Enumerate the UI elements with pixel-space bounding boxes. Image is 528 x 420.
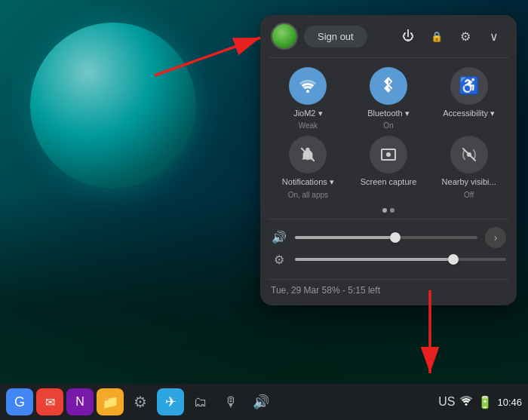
wifi-tile-icon: [289, 67, 327, 105]
brightness-slider-thumb[interactable]: [448, 254, 459, 265]
taskbar-apps: G ✉ N 📁 ⚙ ✈ 🗂 🎙 🔊: [6, 388, 438, 415]
nearby-tile[interactable]: Nearby visibi... Off: [431, 136, 506, 198]
bluetooth-tile-label: Bluetooth ▾: [367, 108, 410, 118]
header-icons: ⏻ 🔒 ⚙ ∨: [396, 24, 506, 48]
quick-settings-panel: Sign out ⏻ 🔒 ⚙ ∨ JioM2 ▾ Weak: [260, 15, 517, 305]
language-indicator[interactable]: US: [438, 395, 455, 409]
dot-2: [390, 208, 394, 213]
taskbar-app-google[interactable]: G: [6, 388, 33, 415]
notifications-tile-label: Notifications ▾: [282, 176, 334, 187]
wifi-taskbar-icon: [459, 395, 473, 406]
taskbar: G ✉ N 📁 ⚙ ✈ 🗂 🎙 🔊 US 🔋 10:46: [0, 384, 528, 420]
brightness-slider-track[interactable]: [295, 258, 506, 261]
taskbar-app-gmail[interactable]: ✉: [36, 388, 63, 415]
quick-tiles-grid: JioM2 ▾ Weak Bluetooth ▾ On ♿ Accessibil…: [260, 58, 517, 205]
bluetooth-tile[interactable]: Bluetooth ▾ On: [351, 67, 426, 130]
wifi-tile-sublabel: Weak: [299, 121, 318, 130]
notifications-tile-icon: [289, 136, 327, 173]
svg-point-2: [306, 90, 309, 93]
volume-slider-thumb[interactable]: [390, 232, 401, 243]
sign-out-button[interactable]: Sign out: [304, 26, 367, 48]
wifi-status-icon[interactable]: [459, 395, 473, 409]
screencapture-tile[interactable]: Screen capture: [351, 136, 426, 198]
settings-button[interactable]: ⚙: [453, 24, 477, 48]
svg-point-5: [386, 152, 391, 157]
page-dots: [260, 205, 517, 219]
taskbar-app-mic[interactable]: 🎙: [217, 388, 244, 415]
accessibility-tile-icon: ♿: [450, 67, 488, 105]
glass-ball-decoration: [30, 23, 196, 189]
accessibility-tile[interactable]: ♿ Accessibility ▾: [431, 67, 506, 130]
battery-info-bar: Tue, 29 Mar 58% - 5:15 left: [260, 280, 517, 305]
wifi-tile[interactable]: JioM2 ▾ Weak: [271, 67, 345, 130]
taskbar-app-onenote[interactable]: N: [66, 388, 94, 415]
quick-settings-header: Sign out ⏻ 🔒 ⚙ ∨: [260, 15, 517, 57]
chevron-down-button[interactable]: ∨: [482, 24, 506, 48]
power-button[interactable]: ⏻: [396, 24, 420, 48]
nearby-tile-label: Nearby visibi...: [442, 176, 496, 187]
volume-slider-row: 🔊 ›: [271, 227, 506, 248]
notifications-tile[interactable]: Notifications ▾ On, all apps: [271, 136, 345, 198]
notifications-tile-sublabel: On, all apps: [288, 191, 328, 199]
battery-taskbar-icon[interactable]: 🔋: [477, 395, 493, 409]
nearby-tile-sublabel: Off: [464, 191, 474, 199]
screencapture-tile-label: Screen capture: [361, 176, 417, 187]
volume-slider-track[interactable]: [295, 236, 477, 239]
volume-expand-button[interactable]: ›: [485, 227, 506, 248]
battery-date-text: Tue, 29 Mar 58% - 5:15 left: [271, 285, 380, 296]
brightness-icon: ⚙: [271, 253, 287, 267]
screencapture-tile-icon: [370, 136, 407, 173]
brightness-slider-fill: [295, 258, 453, 261]
dot-1: [382, 208, 387, 213]
taskbar-app-settings[interactable]: ⚙: [127, 388, 154, 415]
taskbar-status-area: US 🔋 10:46: [438, 395, 522, 409]
sliders-area: 🔊 › ⚙: [260, 219, 517, 279]
taskbar-app-folder[interactable]: 📁: [97, 388, 124, 415]
bluetooth-tile-icon: [370, 67, 407, 105]
taskbar-app-volume[interactable]: 🔊: [247, 388, 275, 415]
avatar[interactable]: [271, 23, 298, 50]
accessibility-tile-label: Accessibility ▾: [443, 108, 495, 118]
taskbar-app-telegram[interactable]: ✈: [157, 388, 184, 415]
wifi-tile-label: JioM2 ▾: [293, 108, 322, 118]
wifi-icon: [299, 78, 317, 94]
clock-display: 10:46: [497, 397, 522, 408]
nearby-tile-icon: [450, 136, 488, 173]
volume-icon: 🔊: [271, 230, 287, 244]
lock-button[interactable]: 🔒: [425, 24, 449, 48]
taskbar-app-files[interactable]: 🗂: [187, 388, 214, 415]
bluetooth-tile-sublabel: On: [383, 121, 393, 130]
volume-slider-fill: [295, 236, 395, 239]
svg-point-8: [465, 403, 468, 406]
brightness-slider-row: ⚙: [271, 253, 506, 267]
